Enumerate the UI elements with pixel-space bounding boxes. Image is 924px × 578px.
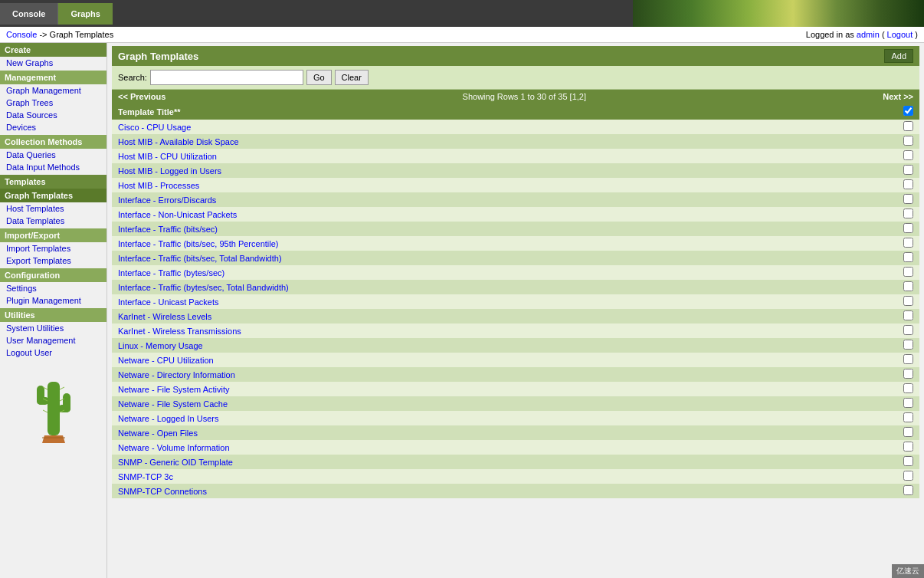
sidebar-item-graph-trees[interactable]: Graph Trees (0, 97, 106, 109)
template-checkbox[interactable] (903, 252, 913, 262)
add-button[interactable]: Add (884, 49, 913, 63)
table-row: Cisco - CPU Usage (112, 120, 919, 134)
template-checkbox[interactable] (903, 485, 913, 495)
template-checkbox-cell (897, 192, 919, 207)
sidebar-item-export-templates[interactable]: Export Templates (0, 255, 106, 267)
template-name-link[interactable]: Host MIB - Logged in Users (118, 166, 221, 176)
template-name-link[interactable]: Interface - Traffic (bytes/sec, Total Ba… (118, 283, 289, 292)
template-name-link[interactable]: Netware - Volume Information (118, 443, 230, 452)
sidebar-item-graph-templates[interactable]: Graph Templates (0, 189, 106, 202)
template-name-link[interactable]: Netware - File System Activity (118, 385, 229, 394)
template-checkbox-cell (897, 120, 919, 134)
template-checkbox-cell (897, 222, 919, 236)
template-checkbox[interactable] (903, 223, 913, 233)
tab-graphs[interactable]: Graphs (58, 3, 113, 25)
template-name-link[interactable]: Interface - Traffic (bits/sec, 95th Perc… (118, 239, 279, 248)
template-name-link[interactable]: KarInet - Wireless Levels (118, 312, 211, 321)
template-name-link[interactable]: Interface - Unicast Packets (118, 297, 218, 307)
template-name-link[interactable]: Host MIB - CPU Utilization (118, 152, 217, 161)
go-button[interactable]: Go (306, 70, 332, 85)
templates-section-label: Templates (0, 175, 106, 189)
sidebar-item-data-sources[interactable]: Data Sources (0, 109, 106, 121)
svg-rect-4 (63, 393, 70, 412)
tab-console[interactable]: Console (0, 3, 58, 25)
template-name-link[interactable]: Interface - Traffic (bits/sec) (118, 225, 218, 234)
template-name-link[interactable]: SNMP-TCP 3c (118, 472, 173, 481)
template-name-link[interactable]: Netware - File System Cache (118, 399, 228, 409)
configuration-section-label: Configuration (0, 268, 106, 282)
template-checkbox[interactable] (903, 238, 913, 248)
template-name-link[interactable]: SNMP-TCP Connetions (118, 487, 207, 496)
search-input[interactable] (150, 70, 303, 85)
template-checkbox[interactable] (903, 296, 913, 306)
template-name-link[interactable]: Netware - CPU Utilization (118, 356, 214, 365)
template-checkbox[interactable] (903, 398, 913, 408)
template-checkbox[interactable] (903, 369, 913, 379)
template-checkbox[interactable] (903, 267, 913, 277)
sidebar-item-new-graphs[interactable]: New Graphs (0, 57, 106, 69)
template-name-link[interactable]: Interface - Errors/Discards (118, 195, 216, 205)
template-name-link[interactable]: Cisco - CPU Usage (118, 123, 191, 132)
template-name-link[interactable]: Netware - Open Files (118, 429, 198, 438)
sidebar-item-system-utilities[interactable]: System Utilities (0, 322, 106, 334)
select-all-checkbox[interactable] (903, 106, 913, 116)
table-row: Host MIB - CPU Utilization (112, 149, 919, 163)
template-checkbox[interactable] (903, 194, 913, 204)
template-name-link[interactable]: Netware - Logged In Users (118, 414, 218, 423)
sidebar-item-user-management[interactable]: User Management (0, 334, 106, 346)
next-button[interactable]: Next >> (883, 92, 913, 101)
template-name-link[interactable]: Linux - Memory Usage (118, 341, 203, 350)
template-name-link[interactable]: Host MIB - Available Disk Space (118, 137, 239, 146)
template-name-cell: SNMP - Generic OID Template (112, 455, 897, 469)
template-name-link[interactable]: Interface - Non-Unicast Packets (118, 210, 237, 219)
sidebar-item-data-input-methods[interactable]: Data Input Methods (0, 161, 106, 173)
sidebar-item-plugin-management[interactable]: Plugin Management (0, 294, 106, 307)
table-row: Netware - File System Cache (112, 396, 919, 411)
sidebar-item-logout-user[interactable]: Logout User (0, 346, 106, 359)
sidebar-item-import-templates[interactable]: Import Templates (0, 242, 106, 255)
table-row: Netware - Directory Information (112, 367, 919, 382)
table-row: Host MIB - Available Disk Space (112, 134, 919, 149)
template-name-link[interactable]: Netware - Directory Information (118, 370, 235, 379)
template-name-link[interactable]: Host MIB - Processes (118, 181, 199, 190)
template-checkbox[interactable] (903, 136, 913, 146)
template-checkbox[interactable] (903, 427, 913, 437)
template-checkbox[interactable] (903, 471, 913, 481)
clear-button[interactable]: Clear (335, 70, 369, 85)
template-checkbox[interactable] (903, 281, 913, 291)
sidebar-item-data-templates[interactable]: Data Templates (0, 215, 106, 227)
template-checkbox[interactable] (903, 179, 913, 189)
sidebar-item-devices[interactable]: Devices (0, 121, 106, 133)
template-checkbox[interactable] (903, 165, 913, 175)
template-checkbox[interactable] (903, 209, 913, 218)
template-name-link[interactable]: Interface - Traffic (bits/sec, Total Ban… (118, 254, 282, 263)
template-name-link[interactable]: Interface - Traffic (bytes/sec) (118, 268, 224, 278)
template-checkbox-cell (897, 382, 919, 396)
template-checkbox[interactable] (903, 121, 913, 131)
sidebar-item-graph-management[interactable]: Graph Management (0, 84, 106, 97)
logout-link[interactable]: Logout (887, 30, 913, 39)
template-name-link[interactable]: KarInet - Wireless Transmissions (118, 327, 241, 336)
search-label: Search: (118, 73, 147, 82)
template-checkbox-cell (897, 440, 919, 455)
template-checkbox[interactable] (903, 150, 913, 160)
template-checkbox[interactable] (903, 340, 913, 350)
import-export-section-label: Import/Export (0, 228, 106, 242)
sidebar-item-data-queries[interactable]: Data Queries (0, 149, 106, 161)
template-checkbox[interactable] (903, 412, 913, 422)
template-checkbox[interactable] (903, 442, 913, 452)
sidebar-item-settings[interactable]: Settings (0, 282, 106, 294)
template-checkbox[interactable] (903, 310, 913, 320)
template-checkbox[interactable] (903, 456, 913, 466)
search-bar: Search: Go Clear (112, 66, 919, 90)
template-checkbox[interactable] (903, 383, 913, 393)
table-row: Linux - Memory Usage (112, 338, 919, 353)
template-checkbox[interactable] (903, 325, 913, 335)
template-checkbox[interactable] (903, 354, 913, 364)
admin-link[interactable]: admin (857, 30, 880, 39)
main-content: Graph Templates Add Search: Go Clear << … (107, 43, 924, 578)
template-name-link[interactable]: SNMP - Generic OID Template (118, 458, 233, 467)
sidebar-item-host-templates[interactable]: Host Templates (0, 202, 106, 215)
prev-button[interactable]: << Previous (118, 92, 165, 101)
breadcrumb-console-link[interactable]: Console (6, 30, 37, 39)
